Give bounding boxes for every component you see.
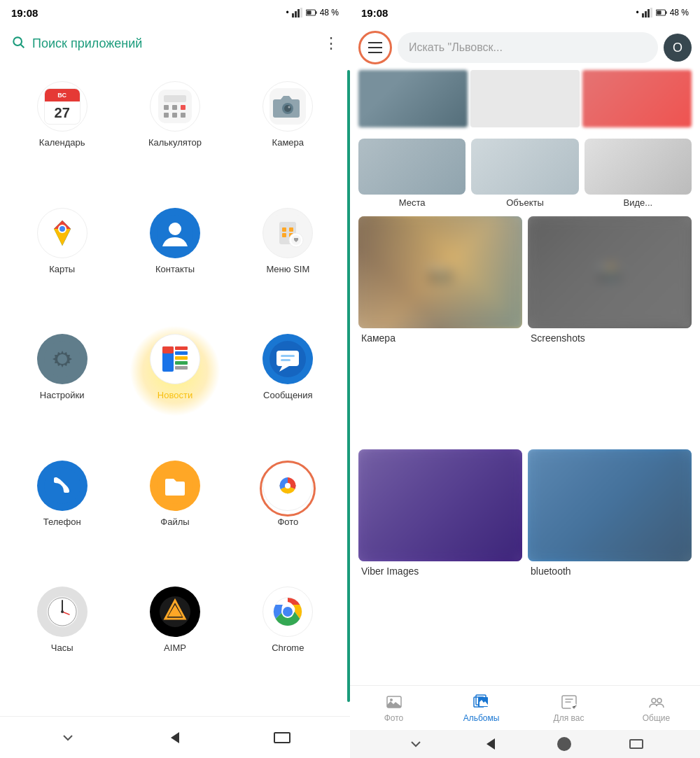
menu-sim-icon [270, 215, 306, 251]
right-status-icons: • 48 % [636, 8, 689, 17]
svg-rect-28 [282, 227, 286, 232]
svg-rect-67 [642, 13, 644, 17]
category-objects-thumb [471, 139, 578, 195]
svg-rect-14 [164, 113, 169, 118]
panel-divider [347, 70, 350, 702]
category-objects[interactable]: Объекты [471, 139, 578, 208]
strip-photo-1[interactable] [358, 70, 468, 127]
app-clock-label: Часы [51, 643, 74, 653]
notification-dot: • [286, 8, 288, 17]
app-aimp-label: AIMP [164, 643, 186, 653]
hamburger-button[interactable] [358, 31, 392, 64]
hamburger-icon [368, 42, 382, 53]
svg-rect-16 [181, 113, 186, 118]
right-status-bar: 19:08 • 48 % [350, 0, 700, 25]
svg-point-23 [59, 226, 65, 232]
albums-grid: 📷 Камера 📸 Screenshots Viber Images blue… [350, 208, 700, 685]
album-bluetooth[interactable]: bluetooth [528, 449, 692, 677]
right-signal-icon [642, 8, 653, 17]
svg-rect-5 [316, 11, 317, 14]
svg-rect-39 [175, 346, 188, 350]
search-placeholder[interactable]: Поиск приложений [32, 36, 316, 51]
album-screenshots-label: Screenshots [528, 332, 692, 344]
right-nav-square-icon[interactable] [629, 739, 643, 749]
album-screenshots[interactable]: 📸 Screenshots [528, 216, 692, 444]
app-files[interactable]: Файлы [118, 452, 231, 579]
svg-rect-12 [172, 105, 177, 110]
tab-for-you[interactable]: Для вас [525, 686, 612, 730]
album-viber[interactable]: Viber Images [358, 449, 522, 677]
app-camera[interactable]: Камера [232, 73, 344, 199]
tab-shared[interactable]: Общие [612, 686, 700, 730]
calculator-icon [158, 90, 192, 123]
app-grid: ВС 27 Календарь [0, 62, 350, 716]
right-nav-back-icon[interactable] [482, 736, 499, 752]
svg-point-81 [652, 699, 656, 703]
svg-point-75 [390, 699, 393, 701]
photos-search-header: Искать "Львовск... O [350, 25, 700, 70]
app-phone-label: Телефон [43, 517, 81, 527]
svg-rect-43 [175, 366, 188, 370]
more-options-icon[interactable]: ⋮ [323, 34, 339, 52]
app-settings[interactable]: Настройки [6, 325, 118, 452]
left-panel: 19:08 • 48 % [0, 0, 350, 758]
svg-rect-13 [181, 105, 186, 110]
category-places[interactable]: Места [358, 139, 465, 208]
right-nav-home-icon[interactable] [557, 737, 571, 751]
svg-rect-0 [292, 13, 294, 17]
svg-rect-40 [175, 351, 188, 355]
album-camera-thumb: 📷 [358, 216, 522, 328]
app-search-bar[interactable]: Поиск приложений ⋮ [0, 25, 350, 62]
photo-categories: Места Объекты Виде... [350, 133, 700, 208]
svg-rect-6 [307, 10, 311, 15]
app-menu-sim[interactable]: Меню SIM [232, 199, 344, 326]
svg-point-19 [284, 105, 291, 112]
app-files-label: Файлы [160, 517, 189, 527]
chrome-icon [270, 594, 306, 630]
nav-back-icon[interactable] [167, 729, 183, 746]
app-news[interactable]: Новости [118, 325, 231, 452]
app-settings-label: Настройки [40, 390, 85, 400]
left-status-bar: 19:08 • 48 % [0, 0, 350, 25]
app-clock[interactable]: Часы [6, 578, 118, 705]
clock-icon [44, 594, 80, 630]
app-aimp[interactable]: AIMP [118, 578, 231, 705]
right-panel: 19:08 • 48 % Ис [350, 0, 700, 758]
album-camera[interactable]: 📷 Камера [358, 216, 522, 444]
bottom-tabs: Фото Альбомы Для вас [350, 685, 700, 730]
strip-photo-3[interactable] [582, 70, 692, 127]
photos-search-field[interactable]: Искать "Львовск... [398, 32, 658, 63]
tab-shared-label: Общие [643, 713, 670, 723]
strip-photo-2[interactable] [470, 70, 580, 127]
nav-expand-icon[interactable] [59, 729, 76, 746]
app-messages-label: Сообщения [263, 390, 313, 400]
app-messages[interactable]: Сообщения [232, 325, 344, 452]
tab-albums[interactable]: Альбомы [438, 686, 525, 730]
tab-photos-label: Фото [384, 713, 404, 723]
user-avatar[interactable]: O [664, 34, 692, 62]
app-chrome[interactable]: Chrome [232, 578, 344, 705]
signal-icon [292, 8, 303, 17]
app-calendar[interactable]: ВС 27 Календарь [6, 73, 118, 199]
news-icon [157, 341, 193, 377]
avatar-label: O [673, 41, 682, 55]
right-nav-expand-icon[interactable] [407, 736, 424, 752]
nav-square-icon[interactable] [274, 732, 290, 743]
app-photos[interactable]: Фото [232, 452, 344, 579]
app-contacts[interactable]: Контакты [118, 199, 231, 326]
category-video-label: Виде... [624, 197, 653, 208]
app-phone[interactable]: Телефон [6, 452, 118, 579]
category-video[interactable]: Виде... [584, 139, 692, 208]
app-maps[interactable]: Карты [6, 199, 118, 326]
svg-rect-69 [648, 9, 650, 17]
app-calculator[interactable]: Калькулятор [118, 73, 231, 199]
tab-photos[interactable]: Фото [350, 686, 438, 730]
svg-rect-11 [164, 105, 169, 110]
app-chrome-label: Chrome [272, 643, 304, 653]
svg-point-57 [61, 610, 64, 613]
svg-rect-3 [300, 8, 302, 17]
photos-icon [270, 468, 306, 504]
left-battery: 48 % [320, 8, 339, 17]
app-camera-label: Камера [272, 137, 304, 148]
svg-rect-72 [666, 11, 667, 14]
